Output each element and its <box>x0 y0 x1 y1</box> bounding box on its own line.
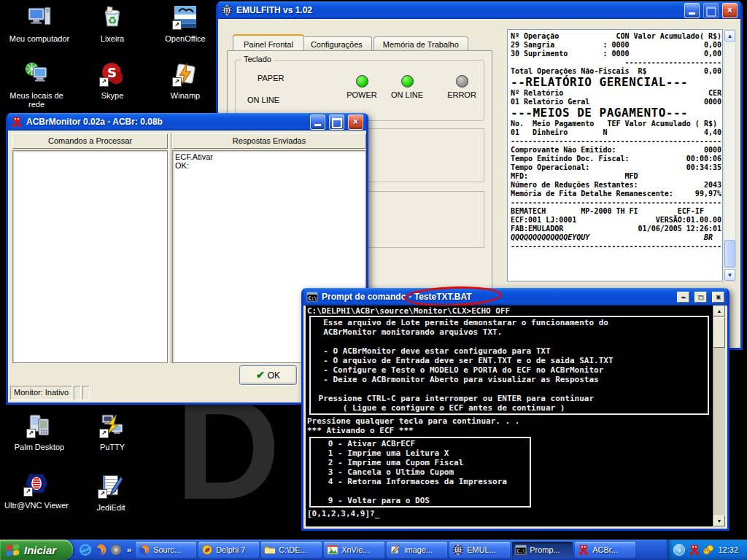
svg-text:C:\: C:\ <box>517 548 526 554</box>
desktop-icon[interactable]: ♻ Lixeira <box>77 4 147 43</box>
scroll-down-icon[interactable]: ▼ <box>724 269 735 281</box>
emulfith-titlebar[interactable]: EMULFITH vs 1.02 × <box>218 1 740 19</box>
scrollbar-thumb[interactable] <box>713 317 725 348</box>
console-line: - O ACBrMonitor deve estar configurado p… <box>314 346 705 356</box>
cmd-icon: C:\ <box>306 291 318 303</box>
task-button[interactable]: C:\ Promp... <box>512 542 573 558</box>
firefox-icon[interactable] <box>94 543 107 556</box>
led-label: POWER <box>336 90 387 99</box>
online-label: ON LINE <box>247 96 279 104</box>
scroll-down-icon[interactable]: ▼ <box>713 516 725 526</box>
console-line: - O arquivo de Entrada deve ser ENT.TXT … <box>314 356 705 365</box>
openoffice-icon <box>173 4 198 29</box>
check-icon: ✔ <box>256 369 265 381</box>
receipt-scrollbar[interactable]: ▲ ▼ <box>724 29 736 281</box>
desktop-icon[interactable]: Ultr@VNC Viewer <box>1 471 71 510</box>
column-splitter[interactable] <box>169 133 171 363</box>
led-label: ON LINE <box>382 90 433 99</box>
ie-icon[interactable]: e <box>79 543 92 556</box>
console-line: ( Ligue e configure o ECF antes de conti… <box>314 403 705 413</box>
task-button[interactable]: EMUL... <box>449 542 510 558</box>
receipt-line: BEMATECH MP-2000 TH FI ECF-IF <box>511 207 722 216</box>
maximize-button[interactable] <box>329 114 344 130</box>
desktop-icon[interactable]: Winamp <box>150 61 220 100</box>
task-button[interactable]: Sourc... <box>136 542 196 558</box>
desktop-icon-label: Meu computador <box>4 34 74 43</box>
receipt-line: ECF:001 LJ:0001 VERSÃO:01.00.00 <box>511 216 722 225</box>
desktop-icon-label: Lixeira <box>77 34 147 43</box>
respostas-header: Respostas Enviadas <box>172 133 366 149</box>
status-cell <box>82 386 90 400</box>
receipt-line: MFD: MFD <box>511 172 722 181</box>
receipt-line: --RELATÓRIO GERENCIAL--- <box>511 76 722 89</box>
svg-text:♻: ♻ <box>108 15 117 26</box>
prompt-window: C:\ Prompt de comando - TesteTXT.BAT – □… <box>301 288 729 531</box>
console-scrollbar[interactable]: ▲ ▼ <box>713 306 725 526</box>
tray-clock[interactable]: 12:32 <box>718 545 738 554</box>
maximize-button <box>703 3 719 18</box>
smileys-icon[interactable] <box>703 544 714 556</box>
console-line <box>314 486 527 496</box>
desktop-icon-label: Winamp <box>150 91 220 100</box>
scroll-up-icon[interactable]: ▲ <box>713 306 725 316</box>
minimize-button[interactable] <box>684 3 700 18</box>
skype-icon: S <box>100 61 125 86</box>
console-line: 4 - Retorna Informacoes da Impressora <box>314 477 527 486</box>
desktop-icon[interactable]: S Skype <box>77 61 147 100</box>
acbr-icon <box>11 116 23 128</box>
task-button[interactable]: XnVie... <box>324 542 384 558</box>
console-line: 1 - Imprime uma Leitura X <box>314 448 527 458</box>
minimize-button[interactable] <box>310 114 325 130</box>
desktop-icon[interactable]: Palm Desktop <box>4 413 74 451</box>
start-label: Iniciar <box>24 544 56 556</box>
start-button[interactable]: Iniciar <box>0 540 73 560</box>
task-button[interactable]: Delphi 7 <box>198 542 259 558</box>
receipt-line: ---------------------- <box>511 58 722 67</box>
receipt-line: 29 Sangria : 0000 0,00 <box>511 41 722 50</box>
desktop-icon[interactable]: Meu computador <box>4 4 74 43</box>
led-indicator: ERROR <box>436 75 487 99</box>
desktop-icon[interactable]: OpenOffice <box>150 4 220 43</box>
tab[interactable]: Painel Frontal <box>233 34 304 52</box>
console-prompt-line: [0,1,2,3,4,9]?_ <box>307 509 725 518</box>
windows-flag-icon <box>6 542 20 557</box>
receipt-line: Nº Relatório CER <box>511 89 722 98</box>
scroll-up-icon[interactable]: ▲ <box>724 30 735 42</box>
desktop-icon[interactable]: JediEdit <box>76 473 146 512</box>
console-line: Pressione qualquer tecla para continuar.… <box>307 416 725 426</box>
close-button[interactable]: × <box>722 3 738 18</box>
console-line: 2 - Imprime uma Cupom Fiscal <box>314 458 527 467</box>
acbr-titlebar[interactable]: ACBrMonitor 0.02a - ACBr: 0.08b × <box>8 113 366 131</box>
console-line: 0 - Ativar ACBrECF <box>314 439 527 448</box>
task-button[interactable]: ACBr... <box>575 542 635 558</box>
close-button[interactable]: × <box>348 114 363 130</box>
prompt-title-file: TesteTXT.BAT <box>414 292 472 302</box>
acbr-icon[interactable] <box>689 544 700 556</box>
task-button[interactable]: C:\DE... <box>261 542 322 558</box>
minimize-button[interactable]: – <box>677 292 689 303</box>
scrollbar-thumb[interactable] <box>724 240 735 268</box>
desktop-icon[interactable]: PuTTY <box>77 413 147 451</box>
teclado-groupbox: Teclado PAPER ON LINE POWER ON LINE <box>235 60 484 121</box>
receipt-line: Tempo Emitindo Doc. Fiscal: 00:00:06 <box>511 155 722 163</box>
cmd-icon: C:\ <box>515 544 527 556</box>
ok-button[interactable]: ✔OK <box>239 365 297 385</box>
image-icon <box>390 544 401 556</box>
console-line: ACBrMonitor monitorando arquivos TXT. <box>314 327 705 337</box>
tab[interactable]: Memória de Trabalho <box>374 36 468 51</box>
media-icon[interactable] <box>109 543 123 556</box>
comandos-header: Comandos a Processar <box>12 133 168 149</box>
quick-launch-overflow-chevron[interactable]: » <box>125 545 133 554</box>
comandos-listbox[interactable] <box>12 150 168 363</box>
tray-chevron-icon[interactable]: ‹ <box>673 544 685 556</box>
receipt-line: Nº Operação CON Valor Acumulado( R$) <box>511 32 722 41</box>
desktop-icon[interactable]: Meus locais de rede <box>1 61 71 109</box>
prompt-titlebar[interactable]: C:\ Prompt de comando - TesteTXT.BAT – □… <box>303 288 727 306</box>
receipt-line: 01 Dinheiro N 4,40 <box>511 128 722 137</box>
dos-menu-box: 0 - Ativar ACBrECF 1 - Imprime uma Leitu… <box>309 437 531 508</box>
tab[interactable]: Configurações <box>301 36 372 51</box>
close-button[interactable]: × <box>712 292 724 303</box>
maximize-button[interactable]: □ <box>694 292 707 303</box>
console-output[interactable]: C:\DELPHI\ACBr\source\Monitor\CLX>ECHO O… <box>306 306 725 526</box>
task-button[interactable]: image... <box>387 542 447 558</box>
